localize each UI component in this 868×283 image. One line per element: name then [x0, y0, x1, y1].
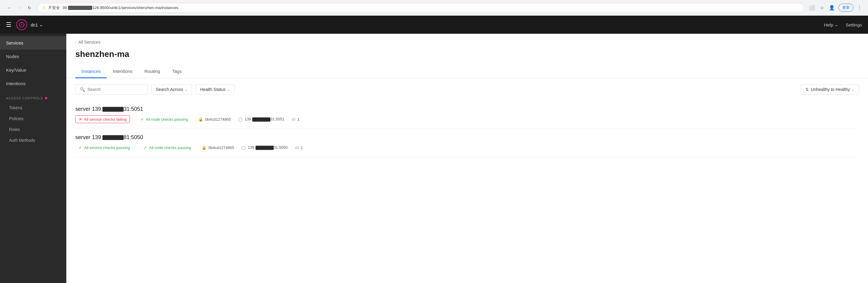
tab-intentions[interactable]: Intentions	[107, 65, 138, 78]
filter-bar: 🔍 Search Across ⌄ Health Status ⌄ ⇅ Unhe…	[66, 78, 868, 101]
reload-button[interactable]: ↻	[25, 4, 34, 12]
access-controls-section: ACCESS CONTROLS	[0, 90, 66, 102]
datacenter-chevron: ⌄	[39, 22, 43, 27]
node-check-label: All node checks passing	[146, 117, 188, 121]
tab-tags[interactable]: Tags	[166, 65, 188, 78]
service-check-label: All service checks failing	[84, 117, 127, 121]
tag-count: 1	[301, 145, 303, 150]
browser-actions: ⬜ ☆ 👤 更新 ⋮	[808, 4, 863, 12]
tabs-container: Instances Intentions Routing Tags	[66, 65, 868, 78]
access-controls-dot	[45, 97, 47, 99]
settings-link[interactable]: Settings	[846, 22, 862, 27]
sort-chevron-icon: ⌄	[852, 87, 855, 92]
instance-card: server 139.31:5051 ✕ All service checks …	[75, 101, 859, 129]
tab-instances[interactable]: Instances	[75, 65, 107, 78]
back-button[interactable]: ←	[5, 4, 13, 12]
address-icon: ◯	[241, 145, 246, 150]
help-chevron-icon: ⌄	[835, 22, 838, 27]
instance-meta: ✓ All service checks passing ✓ All node …	[75, 144, 859, 151]
address-icon: ◯	[238, 117, 243, 121]
forward-button[interactable]: →	[15, 4, 24, 12]
datacenter-selector[interactable]: dc1 ⌄	[31, 22, 43, 27]
node-check-badge-passing: ✓ All node checks passing	[137, 115, 191, 123]
pass-icon: ✓	[141, 117, 144, 121]
all-services-link[interactable]: All Services	[79, 40, 100, 44]
navbar: ☰ dc1 ⌄ Help ⌄ Settings	[0, 16, 868, 34]
sidebar-item-intentions[interactable]: Intentions	[0, 77, 66, 90]
search-box[interactable]: 🔍	[75, 84, 148, 95]
sidebar-item-roles[interactable]: Roles	[0, 124, 66, 135]
pass-icon: ✓	[79, 145, 82, 150]
instance-meta: ✕ All service checks failing ✓ All node …	[75, 115, 859, 123]
security-warning-icon: ⚠	[42, 6, 46, 10]
instance-name: server 139.31:5051	[75, 106, 859, 112]
page-title: shenzhen-ma	[66, 47, 868, 65]
breadcrumb-back-arrow: ‹	[75, 40, 76, 44]
instance-name: server 139.81:5050	[75, 134, 859, 141]
security-warning-text: 不安全	[48, 5, 60, 10]
browser-chrome: ← → ↻ ⚠ 不安全 39.126:8500/ui/dc1/services/…	[0, 0, 868, 16]
browser-nav-buttons: ← → ↻	[5, 4, 34, 12]
address-display: 139.31:5050	[248, 145, 287, 150]
health-status-dropdown[interactable]: Health Status ⌄	[195, 84, 235, 95]
svg-point-4	[20, 25, 21, 26]
tag-icon: 🏷	[295, 145, 299, 150]
instance-card: server 139.81:5050 ✓ All service checks …	[75, 129, 859, 157]
hamburger-menu[interactable]: ☰	[6, 21, 11, 28]
update-button[interactable]: 更新	[838, 4, 854, 12]
instance-tags: 🏷 1	[295, 145, 303, 150]
svg-point-1	[21, 24, 22, 25]
sidebar-item-nodes[interactable]: Nodes	[0, 50, 66, 63]
search-input[interactable]	[87, 87, 143, 92]
help-link[interactable]: Help ⌄	[824, 22, 838, 27]
search-across-dropdown[interactable]: Search Across ⌄	[151, 84, 192, 95]
tag-count: 1	[298, 117, 300, 121]
search-across-chevron-icon: ⌄	[185, 87, 187, 92]
sidebar-item-tokens[interactable]: Tokens	[0, 102, 66, 113]
node-check-badge-passing: ✓ All node checks passing	[141, 144, 194, 151]
hash-value: 0b4cd1274865	[205, 117, 231, 121]
tag-icon: 🏷	[292, 117, 296, 121]
instance-hash: 🔒 0b4cd1274865	[198, 117, 231, 121]
hash-icon: 🔒	[198, 117, 203, 121]
datacenter-label: dc1	[31, 22, 38, 27]
address-bar[interactable]: ⚠ 不安全 39.126:8500/ui/dc1/services/shenzh…	[37, 3, 804, 13]
profile-button[interactable]: 👤	[828, 4, 836, 12]
url-display: 39.126:8500/ui/dc1/services/shenzhen-ma/…	[62, 5, 179, 10]
instance-address: ◯ 139.31:5051	[238, 117, 284, 121]
sidebar-item-policies[interactable]: Policies	[0, 113, 66, 124]
instances-list: server 139.31:5051 ✕ All service checks …	[66, 101, 868, 157]
instance-address: ◯ 139.31:5050	[241, 145, 287, 150]
sort-label: Unhealthy to Healthy	[811, 87, 850, 92]
fail-icon: ✕	[79, 117, 82, 121]
app: ☰ dc1 ⌄ Help ⌄ Settings	[0, 16, 868, 283]
sidebar: Services Nodes Key/Value Intentions ACCE…	[0, 34, 66, 283]
hash-value: 0b4cd1274865	[208, 145, 234, 150]
search-icon: 🔍	[80, 87, 85, 92]
navbar-right: Help ⌄ Settings	[824, 22, 862, 27]
page-content: ‹ All Services shenzhen-ma Instances Int…	[66, 34, 868, 283]
menu-button[interactable]: ⋮	[856, 4, 863, 12]
service-check-badge-passing: ✓ All service checks passing	[75, 144, 133, 151]
sidebar-item-services[interactable]: Services	[0, 36, 66, 50]
translate-button[interactable]: ⬜	[808, 4, 816, 12]
sort-icon: ⇅	[805, 87, 809, 92]
sidebar-item-key-value[interactable]: Key/Value	[0, 63, 66, 77]
search-across-label: Search Across	[156, 87, 183, 92]
service-check-label: All service checks passing	[84, 145, 130, 150]
node-check-label: All node checks passing	[149, 145, 191, 150]
pass-icon: ✓	[144, 145, 147, 150]
svg-point-2	[22, 23, 22, 24]
health-status-label: Health Status	[200, 87, 225, 92]
bookmark-button[interactable]: ☆	[818, 4, 825, 12]
tab-routing[interactable]: Routing	[138, 65, 166, 78]
sidebar-item-auth-methods[interactable]: Auth Methods	[0, 135, 66, 146]
health-status-chevron-icon: ⌄	[227, 87, 230, 92]
hash-icon: 🔒	[202, 145, 207, 150]
instance-hash: 🔒 0b4cd1274865	[202, 145, 234, 150]
sort-button[interactable]: ⇅ Unhealthy to Healthy ⌄	[801, 84, 859, 95]
main-container: Services Nodes Key/Value Intentions ACCE…	[0, 34, 868, 283]
consul-logo	[16, 19, 27, 30]
logo	[16, 19, 27, 30]
instance-tags: 🏷 1	[292, 117, 300, 121]
